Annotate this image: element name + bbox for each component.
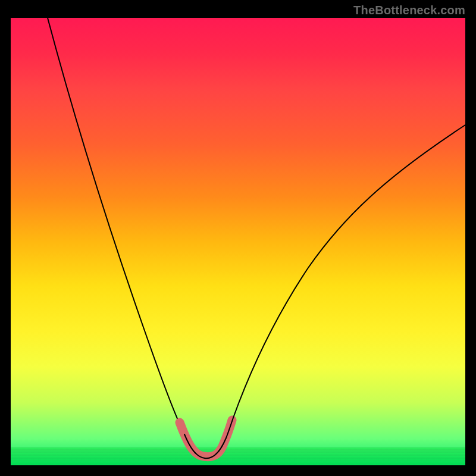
chart-frame: TheBottleneck.com bbox=[0, 0, 476, 476]
curve-right-branch bbox=[233, 125, 465, 418]
plot-area bbox=[11, 18, 465, 465]
optimal-range-highlight bbox=[180, 420, 232, 457]
curve-layer bbox=[11, 18, 465, 465]
watermark-label: TheBottleneck.com bbox=[353, 4, 465, 17]
curve-left-branch bbox=[48, 18, 184, 434]
